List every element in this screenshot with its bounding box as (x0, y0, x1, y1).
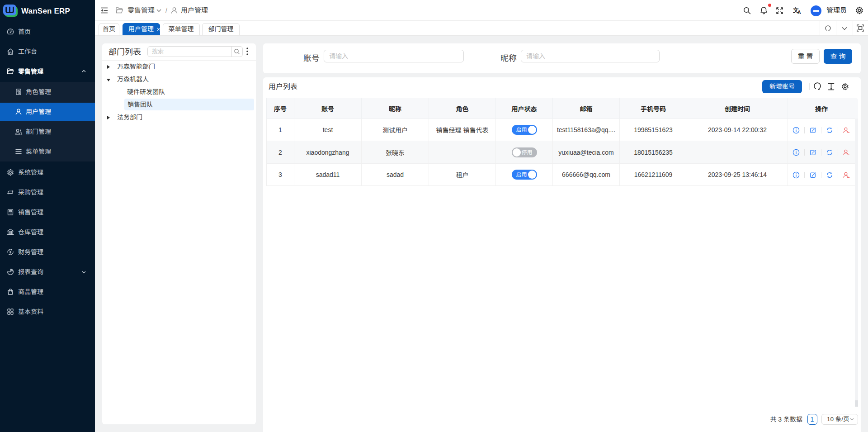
svg-text:A: A (797, 9, 801, 14)
